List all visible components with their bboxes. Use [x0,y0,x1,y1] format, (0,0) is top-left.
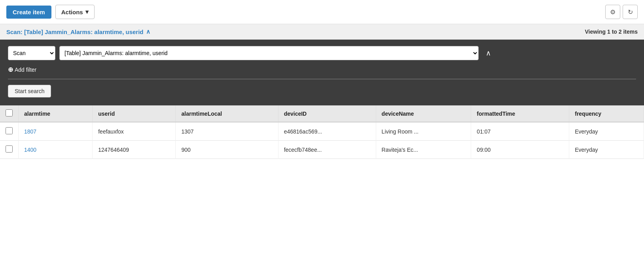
cell-userid: feefauxfox [93,122,176,141]
scan-chevron-icon: ∧ [146,28,150,35]
viewing-info: Viewing 1 to 2 items [585,29,638,35]
cell-frequency: Everyday [569,122,644,141]
cell-deviceid: fececfb748ee... [278,141,376,159]
collapse-button[interactable]: ∧ [483,47,494,59]
cell-alarmtime[interactable]: 1400 [19,141,93,159]
col-header-deviceid: deviceID [278,105,376,122]
table-row: 14001247646409900fececfb748ee...Raviteja… [0,141,644,159]
cell-formattedtime: 09:00 [471,141,569,159]
add-filter-button[interactable]: ⊕ Add filter [8,66,636,73]
cell-alarmtime[interactable]: 1807 [19,122,93,141]
col-header-userid: userid [93,105,176,122]
alarmtime-link[interactable]: 1400 [24,147,36,153]
data-table: alarmtime userid alarmtimeLocal deviceID… [0,105,644,159]
scan-type-select[interactable]: Scan [8,46,55,60]
collapse-icon: ∧ [486,49,491,57]
col-header-formattedtime: formattedTime [471,105,569,122]
cell-frequency: Everyday [569,141,644,159]
row-checkbox-cell [0,141,19,159]
scan-title[interactable]: Scan: [Table] Jammin_Alarms: alarmtime, … [6,28,150,35]
cell-alarmtimelocal: 1307 [176,122,278,141]
scan-title-text: Scan: [Table] Jammin_Alarms: alarmtime, … [6,29,144,35]
refresh-button[interactable]: ↻ [623,5,638,19]
cell-formattedtime: 01:07 [471,122,569,141]
select-all-checkbox[interactable] [6,109,13,116]
cell-deviceid: e46816ac569... [278,122,376,141]
cell-devicename: Raviteja's Ec... [376,141,471,159]
actions-button[interactable]: Actions ▾ [55,5,95,19]
select-all-header [0,105,19,122]
toolbar: Create item Actions ▾ ⚙ ↻ [0,0,644,24]
refresh-icon: ↻ [628,8,633,16]
cell-devicename: Living Room ... [376,122,471,141]
cell-alarmtimelocal: 900 [176,141,278,159]
table-wrap: alarmtime userid alarmtimeLocal deviceID… [0,105,644,159]
toolbar-right: ⚙ ↻ [605,5,638,19]
add-filter-icon: ⊕ [8,66,13,73]
search-divider [8,79,636,79]
search-controls-row: Scan [Table] Jammin_Alarms: alarmtime, u… [8,46,636,60]
row-checkbox-cell [0,122,19,141]
scan-header: Scan: [Table] Jammin_Alarms: alarmtime, … [0,24,644,40]
row-checkbox[interactable] [6,145,13,153]
col-header-devicename: deviceName [376,105,471,122]
alarmtime-link[interactable]: 1807 [24,128,36,135]
actions-label: Actions [61,9,83,15]
settings-button[interactable]: ⚙ [605,5,620,19]
row-checkbox[interactable] [6,127,13,134]
create-item-button[interactable]: Create item [6,6,51,19]
gear-icon: ⚙ [610,8,616,16]
col-header-alarmtime: alarmtime [19,105,93,122]
table-header-row: alarmtime userid alarmtimeLocal deviceID… [0,105,644,122]
col-header-frequency: frequency [569,105,644,122]
search-panel: Scan [Table] Jammin_Alarms: alarmtime, u… [0,40,644,105]
start-search-button[interactable]: Start search [8,85,51,97]
toolbar-left: Create item Actions ▾ [6,5,95,19]
col-header-alarmtimelocal: alarmtimeLocal [176,105,278,122]
add-filter-label: Add filter [15,67,36,73]
chevron-down-icon: ▾ [85,8,89,15]
cell-userid: 1247646409 [93,141,176,159]
table-row: 1807feefauxfox1307e46816ac569...Living R… [0,122,644,141]
table-select[interactable]: [Table] Jammin_Alarms: alarmtime, userid [59,46,479,60]
